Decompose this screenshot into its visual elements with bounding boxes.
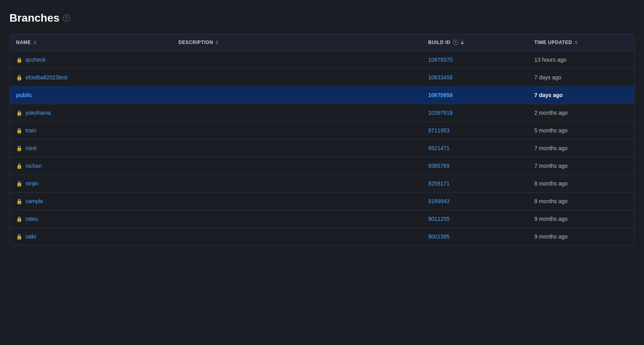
page-help-icon[interactable]: ? — [63, 15, 70, 22]
cell-time-updated: 7 days ago — [528, 86, 634, 104]
cell-name: 🔒rateu — [10, 210, 172, 228]
cell-description — [172, 210, 422, 228]
lock-icon: 🔒 — [16, 198, 22, 204]
table-body: 🔒qccheck1087937013 hours ago🔒efootball20… — [10, 51, 634, 246]
cell-name: 🔒qccheck — [10, 51, 172, 69]
table-row[interactable]: 🔒yokohama103979192 months ago — [10, 104, 634, 122]
cell-description — [172, 86, 422, 104]
cell-description — [172, 51, 422, 69]
table-row[interactable]: public106709587 days ago — [10, 86, 634, 104]
lock-icon: 🔒 — [16, 216, 22, 222]
page-title-area: Branches ? — [9, 12, 635, 24]
lock-icon: 🔒 — [16, 75, 22, 81]
table-row[interactable]: 🔒niinii95214717 months ago — [10, 139, 634, 157]
cell-time-updated: 7 months ago — [528, 157, 634, 175]
cell-name: public — [10, 86, 172, 104]
cell-description — [172, 157, 422, 175]
lock-icon: 🔒 — [16, 163, 22, 169]
cell-time-updated: 2 months ago — [528, 104, 634, 122]
col-header-time-updated[interactable]: TIME UPDATED — [528, 34, 634, 51]
cell-build-id: 10397919 — [422, 104, 528, 122]
cell-description — [172, 69, 422, 86]
cell-time-updated: 13 hours ago — [528, 51, 634, 69]
cell-build-id: 9189943 — [422, 193, 528, 210]
cell-name: 🔒efootball2023test — [10, 69, 172, 86]
cell-build-id: 9521471 — [422, 139, 528, 157]
cell-time-updated: 9 months ago — [528, 228, 634, 246]
table-row[interactable]: 🔒ratkr90013959 months ago — [10, 228, 634, 246]
branch-name-link[interactable]: yokohama — [26, 110, 51, 116]
build-id-link[interactable]: 9001395 — [428, 233, 450, 240]
cell-build-id: 9385769 — [422, 157, 528, 175]
cell-time-updated: 9 months ago — [528, 210, 634, 228]
cell-build-id: 10833458 — [422, 69, 528, 86]
build-id-link[interactable]: 9189943 — [428, 198, 450, 204]
cell-build-id: 10670958 — [422, 86, 528, 104]
cell-name: 🔒niinii — [10, 139, 172, 157]
cell-name: 🔒nichan — [10, 157, 172, 175]
page-title: Branches — [9, 12, 60, 24]
lock-icon: 🔒 — [16, 181, 22, 187]
build-id-link[interactable]: 9258171 — [428, 180, 450, 187]
table-row[interactable]: 🔒sample91899438 months ago — [10, 193, 634, 210]
build-id-link[interactable]: 9711953 — [428, 127, 450, 134]
table-row[interactable]: 🔒efootball2023test108334587 days ago — [10, 69, 634, 86]
branch-name-link[interactable]: ratkr — [26, 233, 36, 240]
cell-time-updated: 7 months ago — [528, 139, 634, 157]
lock-icon: 🔒 — [16, 145, 22, 151]
sort-icon-time — [575, 40, 578, 44]
cell-description — [172, 122, 422, 139]
lock-icon: 🔒 — [16, 57, 22, 63]
cell-name: 🔒train — [10, 122, 172, 139]
table-row[interactable]: 🔒rateu90112559 months ago — [10, 210, 634, 228]
table-row[interactable]: 🔒ninjin92581718 months ago — [10, 175, 634, 193]
col-header-build-id[interactable]: BUILD ID ? — [422, 34, 528, 51]
cell-description — [172, 228, 422, 246]
build-id-link[interactable]: 9385769 — [428, 163, 450, 169]
table-row[interactable]: 🔒nichan93857697 months ago — [10, 157, 634, 175]
branch-name-link[interactable]: rateu — [26, 216, 38, 222]
sort-icon-description — [215, 40, 219, 44]
cell-time-updated: 7 days ago — [528, 69, 634, 86]
build-id-link[interactable]: 10833458 — [428, 74, 452, 81]
branches-table: NAME DESCRIPTION — [10, 34, 634, 245]
branch-name-link[interactable]: public — [16, 92, 32, 98]
build-id-link[interactable]: 10879370 — [428, 57, 452, 63]
cell-build-id: 9011255 — [422, 210, 528, 228]
lock-icon: 🔒 — [16, 234, 22, 240]
cell-build-id: 9001395 — [422, 228, 528, 246]
col-header-description[interactable]: DESCRIPTION — [172, 34, 422, 51]
cell-name: 🔒ratkr — [10, 228, 172, 246]
branch-name-link[interactable]: ninjin — [26, 180, 38, 187]
table-row[interactable]: 🔒train97119535 months ago — [10, 122, 634, 139]
cell-time-updated: 5 months ago — [528, 122, 634, 139]
branches-table-container: NAME DESCRIPTION — [9, 34, 635, 246]
cell-time-updated: 8 months ago — [528, 175, 634, 193]
build-id-help-icon[interactable]: ? — [453, 40, 458, 45]
cell-build-id: 9258171 — [422, 175, 528, 193]
branch-name-link[interactable]: train — [26, 127, 36, 134]
branch-name-link[interactable]: sample — [26, 198, 43, 204]
sort-icon-name — [33, 40, 36, 44]
lock-icon: 🔒 — [16, 128, 22, 134]
cell-time-updated: 8 months ago — [528, 193, 634, 210]
branch-name-link[interactable]: nichan — [26, 163, 42, 169]
build-id-link[interactable]: 10670958 — [428, 92, 452, 98]
cell-description — [172, 193, 422, 210]
build-id-link[interactable]: 9521471 — [428, 145, 450, 151]
col-header-name[interactable]: NAME — [10, 34, 172, 51]
cell-build-id: 10879370 — [422, 51, 528, 69]
build-id-link[interactable]: 10397919 — [428, 110, 452, 116]
cell-description — [172, 104, 422, 122]
cell-description — [172, 175, 422, 193]
table-header-row: NAME DESCRIPTION — [10, 34, 634, 51]
cell-build-id: 9711953 — [422, 122, 528, 139]
branch-name-link[interactable]: qccheck — [26, 57, 46, 63]
cell-name: 🔒sample — [10, 193, 172, 210]
branch-name-link[interactable]: niinii — [26, 145, 36, 151]
cell-name: 🔒ninjin — [10, 175, 172, 193]
table-row[interactable]: 🔒qccheck1087937013 hours ago — [10, 51, 634, 69]
build-id-link[interactable]: 9011255 — [428, 216, 450, 222]
cell-description — [172, 139, 422, 157]
branch-name-link[interactable]: efootball2023test — [26, 74, 68, 81]
